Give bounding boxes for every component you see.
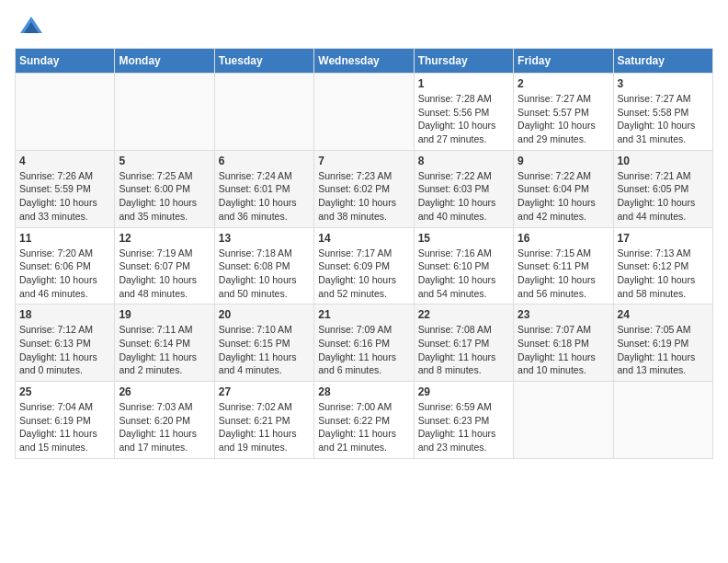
day-info: Sunrise: 7:02 AM Sunset: 6:21 PM Dayligh… <box>219 400 310 454</box>
calendar-cell: 17Sunrise: 7:13 AM Sunset: 6:12 PM Dayli… <box>613 227 712 304</box>
calendar-cell: 18Sunrise: 7:12 AM Sunset: 6:13 PM Dayli… <box>16 304 115 382</box>
day-number: 8 <box>418 155 509 167</box>
calendar-cell: 21Sunrise: 7:09 AM Sunset: 6:16 PM Dayli… <box>314 304 414 382</box>
day-info: Sunrise: 7:11 AM Sunset: 6:14 PM Dayligh… <box>119 323 210 377</box>
day-number: 3 <box>618 77 709 90</box>
day-number: 17 <box>618 232 709 245</box>
day-number: 11 <box>19 232 110 245</box>
calendar-cell: 11Sunrise: 7:20 AM Sunset: 6:06 PM Dayli… <box>16 227 115 304</box>
day-info: Sunrise: 7:22 AM Sunset: 6:04 PM Dayligh… <box>518 169 609 224</box>
calendar-week-3: 11Sunrise: 7:20 AM Sunset: 6:06 PM Dayli… <box>16 227 713 304</box>
day-number: 9 <box>518 155 609 167</box>
day-number: 26 <box>119 385 210 398</box>
day-info: Sunrise: 7:15 AM Sunset: 6:11 PM Dayligh… <box>518 247 609 301</box>
calendar-week-4: 18Sunrise: 7:12 AM Sunset: 6:13 PM Dayli… <box>16 304 713 382</box>
calendar-cell: 16Sunrise: 7:15 AM Sunset: 6:11 PM Dayli… <box>514 227 613 304</box>
calendar-cell: 29Sunrise: 6:59 AM Sunset: 6:23 PM Dayli… <box>414 382 513 459</box>
day-info: Sunrise: 7:28 AM Sunset: 5:56 PM Dayligh… <box>418 92 509 146</box>
day-number: 23 <box>518 308 609 321</box>
day-number: 27 <box>219 385 310 398</box>
day-number: 4 <box>19 155 110 167</box>
day-header-saturday: Saturday <box>613 49 712 74</box>
calendar-week-5: 25Sunrise: 7:04 AM Sunset: 6:19 PM Dayli… <box>16 382 713 459</box>
calendar-cell: 14Sunrise: 7:17 AM Sunset: 6:09 PM Dayli… <box>314 227 414 304</box>
day-number: 29 <box>418 385 509 398</box>
day-header-wednesday: Wednesday <box>314 49 414 74</box>
calendar-cell: 27Sunrise: 7:02 AM Sunset: 6:21 PM Dayli… <box>214 382 313 459</box>
day-info: Sunrise: 7:17 AM Sunset: 6:09 PM Dayligh… <box>318 247 409 301</box>
calendar-cell: 25Sunrise: 7:04 AM Sunset: 6:19 PM Dayli… <box>16 382 115 459</box>
day-number: 22 <box>418 308 509 321</box>
page-header <box>15 15 713 40</box>
day-info: Sunrise: 7:19 AM Sunset: 6:07 PM Dayligh… <box>119 247 210 301</box>
day-number: 16 <box>518 232 609 245</box>
calendar-cell: 13Sunrise: 7:18 AM Sunset: 6:08 PM Dayli… <box>214 227 313 304</box>
day-number: 7 <box>318 155 409 167</box>
day-info: Sunrise: 7:04 AM Sunset: 6:19 PM Dayligh… <box>19 400 110 454</box>
calendar-cell <box>613 382 712 459</box>
day-info: Sunrise: 7:27 AM Sunset: 5:58 PM Dayligh… <box>618 92 709 146</box>
day-info: Sunrise: 7:08 AM Sunset: 6:17 PM Dayligh… <box>418 323 509 377</box>
day-number: 6 <box>219 155 310 167</box>
day-info: Sunrise: 7:00 AM Sunset: 6:22 PM Dayligh… <box>318 400 409 454</box>
day-header-friday: Friday <box>514 49 613 74</box>
day-info: Sunrise: 7:05 AM Sunset: 6:19 PM Dayligh… <box>618 323 709 377</box>
day-number: 12 <box>119 232 210 245</box>
day-number: 25 <box>19 385 110 398</box>
calendar-cell: 5Sunrise: 7:25 AM Sunset: 6:00 PM Daylig… <box>115 150 214 227</box>
day-info: Sunrise: 7:16 AM Sunset: 6:10 PM Dayligh… <box>418 247 509 301</box>
day-number: 19 <box>119 308 210 321</box>
day-number: 5 <box>119 155 210 167</box>
calendar-cell: 9Sunrise: 7:22 AM Sunset: 6:04 PM Daylig… <box>514 150 613 227</box>
day-header-sunday: Sunday <box>16 49 115 74</box>
day-number: 10 <box>618 155 709 167</box>
calendar-cell <box>115 74 214 151</box>
calendar-cell: 22Sunrise: 7:08 AM Sunset: 6:17 PM Dayli… <box>414 304 513 382</box>
calendar-cell: 19Sunrise: 7:11 AM Sunset: 6:14 PM Dayli… <box>115 304 214 382</box>
calendar-cell <box>16 74 115 151</box>
calendar-header-row: SundayMondayTuesdayWednesdayThursdayFrid… <box>16 49 713 74</box>
calendar-cell: 26Sunrise: 7:03 AM Sunset: 6:20 PM Dayli… <box>115 382 214 459</box>
day-info: Sunrise: 7:25 AM Sunset: 6:00 PM Dayligh… <box>119 169 210 224</box>
logo <box>15 15 44 40</box>
day-info: Sunrise: 7:23 AM Sunset: 6:02 PM Dayligh… <box>318 169 409 224</box>
calendar-week-1: 1Sunrise: 7:28 AM Sunset: 5:56 PM Daylig… <box>16 74 713 151</box>
logo-icon <box>18 15 44 40</box>
day-header-monday: Monday <box>115 49 214 74</box>
calendar-cell: 8Sunrise: 7:22 AM Sunset: 6:03 PM Daylig… <box>414 150 513 227</box>
calendar-cell: 3Sunrise: 7:27 AM Sunset: 5:58 PM Daylig… <box>613 74 712 151</box>
day-header-tuesday: Tuesday <box>214 49 313 74</box>
calendar-cell: 6Sunrise: 7:24 AM Sunset: 6:01 PM Daylig… <box>214 150 313 227</box>
calendar-cell <box>214 74 313 151</box>
day-info: Sunrise: 7:21 AM Sunset: 6:05 PM Dayligh… <box>618 169 709 224</box>
calendar-cell <box>314 74 414 151</box>
calendar-cell: 24Sunrise: 7:05 AM Sunset: 6:19 PM Dayli… <box>613 304 712 382</box>
calendar-cell: 20Sunrise: 7:10 AM Sunset: 6:15 PM Dayli… <box>214 304 313 382</box>
calendar-cell: 12Sunrise: 7:19 AM Sunset: 6:07 PM Dayli… <box>115 227 214 304</box>
day-info: Sunrise: 7:13 AM Sunset: 6:12 PM Dayligh… <box>618 247 709 301</box>
calendar-cell: 23Sunrise: 7:07 AM Sunset: 6:18 PM Dayli… <box>514 304 613 382</box>
day-number: 24 <box>618 308 709 321</box>
day-info: Sunrise: 7:18 AM Sunset: 6:08 PM Dayligh… <box>219 247 310 301</box>
day-info: Sunrise: 7:26 AM Sunset: 5:59 PM Dayligh… <box>19 169 110 224</box>
calendar: SundayMondayTuesdayWednesdayThursdayFrid… <box>15 48 713 459</box>
day-number: 14 <box>318 232 409 245</box>
day-number: 2 <box>518 77 609 90</box>
calendar-cell: 2Sunrise: 7:27 AM Sunset: 5:57 PM Daylig… <box>514 74 613 151</box>
day-info: Sunrise: 7:09 AM Sunset: 6:16 PM Dayligh… <box>318 323 409 377</box>
day-info: Sunrise: 7:22 AM Sunset: 6:03 PM Dayligh… <box>418 169 509 224</box>
day-number: 21 <box>318 308 409 321</box>
calendar-cell: 15Sunrise: 7:16 AM Sunset: 6:10 PM Dayli… <box>414 227 513 304</box>
day-info: Sunrise: 7:24 AM Sunset: 6:01 PM Dayligh… <box>219 169 310 224</box>
calendar-cell: 28Sunrise: 7:00 AM Sunset: 6:22 PM Dayli… <box>314 382 414 459</box>
day-info: Sunrise: 7:20 AM Sunset: 6:06 PM Dayligh… <box>19 247 110 301</box>
day-info: Sunrise: 7:10 AM Sunset: 6:15 PM Dayligh… <box>219 323 310 377</box>
day-info: Sunrise: 7:12 AM Sunset: 6:13 PM Dayligh… <box>19 323 110 377</box>
day-info: Sunrise: 7:07 AM Sunset: 6:18 PM Dayligh… <box>518 323 609 377</box>
day-info: Sunrise: 7:27 AM Sunset: 5:57 PM Dayligh… <box>518 92 609 146</box>
day-number: 18 <box>19 308 110 321</box>
day-number: 1 <box>418 77 509 90</box>
day-number: 13 <box>219 232 310 245</box>
calendar-cell <box>514 382 613 459</box>
day-number: 20 <box>219 308 310 321</box>
